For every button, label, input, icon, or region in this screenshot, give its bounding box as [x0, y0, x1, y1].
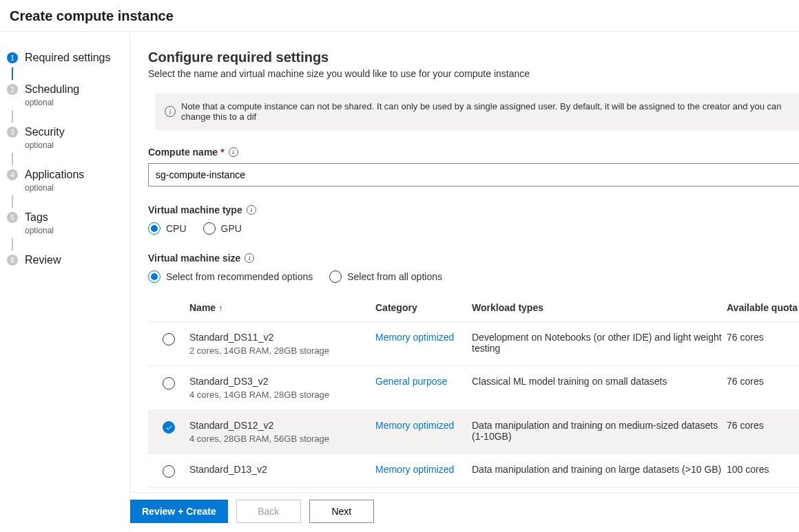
vm-name: Standard_D13_v2	[189, 464, 375, 475]
category-link[interactable]: General purpose	[375, 376, 447, 387]
review-create-button[interactable]: Review + Create	[130, 500, 228, 523]
step-number-icon: 2	[7, 84, 18, 95]
radio-icon	[148, 270, 160, 283]
vm-spec: 4 cores, 14GB RAM, 28GB storage	[189, 390, 375, 400]
quota-text: 76 cores	[727, 420, 799, 431]
compute-name-input[interactable]	[148, 163, 799, 187]
step-optional: optional	[25, 183, 84, 193]
info-icon[interactable]: i	[229, 147, 238, 157]
category-link[interactable]: Memory optimized	[375, 464, 454, 475]
vm-size-table: Name Category Workload types Available q…	[148, 295, 799, 488]
table-row[interactable]: Standard_DS12_v24 cores, 28GB RAM, 56GB …	[148, 410, 799, 454]
page-title: Create compute instance	[10, 8, 789, 24]
radio-label: GPU	[221, 223, 242, 234]
radio-icon[interactable]	[163, 377, 175, 390]
info-text: Note that a compute instance can not be …	[181, 101, 799, 122]
sort-asc-icon	[218, 302, 222, 313]
checkmark-icon[interactable]	[163, 421, 175, 434]
workload-text: Data manipulation and training on large …	[472, 464, 727, 475]
step-connector	[12, 238, 13, 251]
step-label: Required settings	[25, 51, 111, 65]
step-optional: optional	[25, 226, 54, 235]
section-subtitle: Select the name and virtual machine size…	[148, 68, 799, 79]
col-quota[interactable]: Available quota	[727, 302, 799, 313]
quota-text: 76 cores	[727, 332, 799, 343]
step-number-icon: 1	[7, 52, 18, 63]
info-icon[interactable]: i	[247, 205, 256, 215]
step-applications[interactable]: 4 Applications optional	[7, 168, 129, 193]
step-review[interactable]: 6 Review	[7, 253, 129, 267]
table-row[interactable]: Standard_DS3_v24 cores, 14GB RAM, 28GB s…	[148, 366, 799, 410]
radio-label: CPU	[166, 223, 187, 234]
step-label: Applications	[25, 168, 84, 182]
page-header: Create compute instance	[0, 0, 799, 32]
quota-text: 100 cores	[727, 464, 799, 475]
step-number-icon: 4	[7, 169, 18, 180]
main-content: Configure required settings Select the n…	[130, 32, 799, 530]
step-connector	[12, 195, 13, 208]
step-number-icon: 6	[7, 255, 18, 266]
table-header: Name Category Workload types Available q…	[148, 295, 799, 322]
vm-size-recommended-radio[interactable]: Select from recommended options	[148, 270, 313, 283]
radio-icon[interactable]	[163, 333, 175, 345]
step-number-icon: 3	[7, 127, 18, 138]
compute-name-label: Compute name * i	[148, 147, 799, 158]
wizard-footer: Review + Create Back Next	[130, 492, 799, 530]
workload-text: Development on Notebooks (or other IDE) …	[472, 332, 727, 354]
vm-spec: 2 cores, 14GB RAM, 28GB storage	[189, 345, 375, 356]
radio-label: Select from all options	[347, 271, 442, 282]
step-optional: optional	[25, 140, 65, 150]
vm-size-label: Virtual machine size i	[148, 253, 799, 264]
next-button[interactable]: Next	[309, 500, 374, 523]
workload-text: Classical ML model training on small dat…	[472, 376, 727, 387]
category-link[interactable]: Memory optimized	[375, 332, 454, 343]
vm-name: Standard_DS3_v2	[189, 376, 375, 387]
step-label: Scheduling	[25, 83, 79, 96]
step-label: Security	[25, 125, 65, 139]
col-name[interactable]: Name	[189, 302, 375, 313]
vm-type-cpu-radio[interactable]: CPU	[148, 222, 187, 235]
vm-name: Standard_DS12_v2	[189, 420, 375, 431]
step-label: Review	[25, 253, 61, 267]
col-category[interactable]: Category	[375, 302, 472, 313]
step-connector	[12, 153, 13, 165]
step-connector	[12, 110, 13, 123]
compute-name-section: Compute name * i	[148, 147, 799, 187]
wizard-sidebar: 1 Required settings 2 Scheduling optiona…	[0, 32, 130, 530]
vm-type-section: Virtual machine type i CPU GPU	[148, 204, 799, 235]
radio-label: Select from recommended options	[166, 271, 313, 282]
vm-name: Standard_DS11_v2	[189, 332, 375, 343]
step-tags[interactable]: 5 Tags optional	[7, 211, 129, 235]
workload-text: Data manipulation and training on medium…	[472, 420, 727, 442]
vm-type-gpu-radio[interactable]: GPU	[203, 222, 242, 235]
radio-icon	[203, 222, 216, 235]
vm-spec: 4 cores, 28GB RAM, 56GB storage	[189, 434, 375, 444]
vm-type-label: Virtual machine type i	[148, 204, 799, 215]
info-icon: i	[165, 106, 176, 117]
section-title: Configure required settings	[148, 50, 799, 65]
required-asterisk: *	[220, 147, 224, 158]
table-row[interactable]: Standard_D13_v2Memory optimizedData mani…	[148, 454, 799, 488]
table-row[interactable]: Standard_DS11_v22 cores, 14GB RAM, 28GB …	[148, 322, 799, 366]
category-link[interactable]: Memory optimized	[375, 420, 454, 431]
vm-size-all-radio[interactable]: Select from all options	[329, 270, 442, 283]
step-required-settings[interactable]: 1 Required settings	[7, 51, 129, 65]
step-security[interactable]: 3 Security optional	[7, 125, 129, 150]
info-banner: i Note that a compute instance can not b…	[155, 93, 799, 130]
info-icon[interactable]: i	[245, 253, 254, 263]
step-scheduling[interactable]: 2 Scheduling optional	[7, 83, 129, 107]
radio-icon[interactable]	[163, 465, 175, 478]
col-workload[interactable]: Workload types	[472, 302, 727, 313]
vm-size-section: Virtual machine size i Select from recom…	[148, 253, 799, 283]
back-button[interactable]: Back	[236, 500, 301, 523]
step-connector	[12, 67, 13, 80]
radio-icon	[148, 222, 160, 235]
step-optional: optional	[25, 98, 79, 107]
quota-text: 76 cores	[727, 376, 799, 387]
radio-icon	[329, 270, 342, 283]
step-label: Tags	[25, 211, 54, 224]
step-number-icon: 5	[7, 212, 18, 223]
